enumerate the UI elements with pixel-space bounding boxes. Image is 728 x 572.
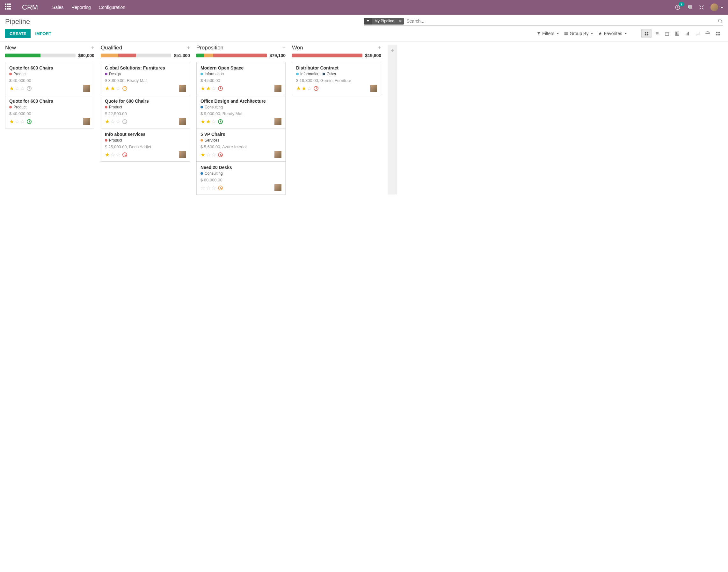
kanban-card[interactable]: Global Solutions: FurnituresDesign$ 3,80… — [101, 62, 190, 95]
assignee-avatar[interactable] — [274, 85, 281, 92]
nav-sales[interactable]: Sales — [52, 5, 64, 10]
search-input[interactable] — [404, 17, 718, 25]
activity-clock-icon[interactable] — [218, 86, 223, 91]
create-button[interactable]: CREATE — [5, 29, 30, 38]
favorites-dropdown[interactable]: Favorites — [598, 29, 627, 38]
list-view-icon[interactable] — [651, 29, 662, 38]
cohort-view-icon[interactable] — [692, 29, 703, 38]
priority-stars[interactable]: ★☆☆ — [105, 151, 120, 158]
activity-clock-icon[interactable] — [218, 186, 223, 190]
column-add-icon[interactable]: + — [378, 45, 381, 51]
nav-reporting[interactable]: Reporting — [71, 5, 91, 10]
graph-view-icon[interactable] — [682, 29, 692, 38]
priority-stars[interactable]: ☆☆☆ — [200, 185, 216, 191]
star-icon[interactable]: ☆ — [211, 151, 216, 158]
kanban-card[interactable]: Office Design and ArchitectureConsulting… — [196, 95, 286, 129]
calendar-view-icon[interactable] — [662, 29, 672, 38]
column-add-icon[interactable]: + — [282, 45, 286, 51]
priority-stars[interactable]: ★☆☆ — [9, 118, 25, 125]
kanban-card[interactable]: Info about servicesProduct$ 25,000.00, D… — [101, 128, 190, 162]
apps-menu-icon[interactable] — [5, 3, 12, 11]
assignee-avatar[interactable] — [274, 151, 281, 158]
star-icon[interactable]: ☆ — [116, 118, 120, 125]
star-icon[interactable]: ★ — [9, 85, 14, 92]
star-icon[interactable]: ☆ — [211, 118, 216, 125]
star-icon[interactable]: ☆ — [307, 85, 312, 92]
star-icon[interactable]: ☆ — [211, 85, 216, 92]
kanban-card[interactable]: Quote for 600 ChairsProduct$ 22,500.00★☆… — [101, 95, 190, 129]
kanban-card[interactable]: 5 VP ChairsServices$ 5,600.00, Azure Int… — [196, 128, 286, 162]
priority-stars[interactable]: ★★☆ — [200, 118, 216, 125]
filters-dropdown[interactable]: Filters — [537, 29, 559, 38]
star-icon[interactable]: ☆ — [116, 151, 120, 158]
activity-clock-icon[interactable] — [27, 119, 31, 124]
pivot-view-icon[interactable] — [672, 29, 682, 38]
star-icon[interactable]: ★ — [105, 151, 110, 158]
activity-clock-icon[interactable] — [27, 86, 31, 91]
assignee-avatar[interactable] — [179, 118, 186, 125]
star-icon[interactable]: ★ — [105, 118, 110, 125]
star-icon[interactable]: ☆ — [15, 85, 19, 92]
column-progress-bar[interactable] — [101, 54, 171, 57]
star-icon[interactable]: ☆ — [206, 185, 211, 191]
import-button[interactable]: IMPORT — [30, 29, 56, 38]
assignee-avatar[interactable] — [179, 85, 186, 92]
star-icon[interactable]: ☆ — [110, 118, 115, 125]
activity-clock-icon[interactable] — [123, 119, 127, 124]
star-icon[interactable]: ☆ — [20, 118, 25, 125]
assignee-avatar[interactable] — [83, 85, 90, 92]
star-icon[interactable]: ☆ — [20, 85, 25, 92]
star-icon[interactable]: ★ — [110, 85, 115, 92]
star-icon[interactable]: ★ — [206, 85, 211, 92]
user-menu[interactable] — [711, 3, 723, 11]
facet-remove-icon[interactable]: × — [397, 18, 404, 23]
add-column-button[interactable]: + — [388, 45, 397, 195]
column-add-icon[interactable]: + — [91, 45, 94, 51]
assignee-avatar[interactable] — [274, 184, 281, 191]
kanban-card[interactable]: Need 20 DesksConsulting$ 60,000.00☆☆☆ — [196, 161, 286, 195]
star-icon[interactable]: ☆ — [110, 151, 115, 158]
star-icon[interactable]: ★ — [200, 151, 205, 158]
star-icon[interactable]: ★ — [105, 85, 110, 92]
priority-stars[interactable]: ★★☆ — [105, 85, 120, 92]
star-icon[interactable]: ☆ — [15, 118, 19, 125]
messaging-icon[interactable] — [687, 4, 693, 10]
activity-view-icon[interactable] — [713, 29, 723, 38]
search-icon[interactable] — [718, 18, 723, 23]
activity-clock-icon[interactable] — [218, 152, 223, 157]
activity-clock-icon[interactable] — [218, 119, 223, 124]
star-icon[interactable]: ☆ — [211, 185, 216, 191]
kanban-card[interactable]: Modern Open SpaceInformation$ 4,500.00★★… — [196, 62, 286, 95]
nav-configuration[interactable]: Configuration — [99, 5, 125, 10]
groupby-dropdown[interactable]: Group By — [564, 29, 593, 38]
app-brand[interactable]: CRM — [22, 3, 38, 11]
column-add-icon[interactable]: + — [187, 45, 190, 51]
star-icon[interactable]: ★ — [200, 85, 205, 92]
debug-icon[interactable] — [699, 5, 704, 10]
priority-stars[interactable]: ★★☆ — [296, 85, 312, 92]
dashboard-view-icon[interactable] — [703, 29, 713, 38]
star-icon[interactable]: ★ — [9, 118, 14, 125]
priority-stars[interactable]: ★☆☆ — [200, 151, 216, 158]
priority-stars[interactable]: ★☆☆ — [105, 118, 120, 125]
kanban-view-icon[interactable] — [641, 29, 651, 38]
column-progress-bar[interactable] — [292, 54, 362, 57]
activity-clock-icon[interactable] — [123, 152, 127, 157]
star-icon[interactable]: ★ — [200, 118, 205, 125]
activities-icon[interactable]: 7 — [675, 4, 680, 10]
assignee-avatar[interactable] — [83, 118, 90, 125]
star-icon[interactable]: ☆ — [200, 185, 205, 191]
column-progress-bar[interactable] — [196, 54, 267, 57]
star-icon[interactable]: ★ — [206, 118, 211, 125]
kanban-card[interactable]: Quote for 600 ChairsProduct$ 40,000.00★☆… — [5, 62, 94, 95]
kanban-card[interactable]: Distributor ContractInformationOther$ 19… — [292, 62, 381, 95]
star-icon[interactable]: ★ — [302, 85, 306, 92]
kanban-card[interactable]: Quote for 600 ChairsProduct$ 40,000.00★☆… — [5, 95, 94, 129]
assignee-avatar[interactable] — [179, 151, 186, 158]
star-icon[interactable]: ★ — [296, 85, 301, 92]
activity-clock-icon[interactable] — [123, 86, 127, 91]
star-icon[interactable]: ☆ — [116, 85, 120, 92]
activity-clock-icon[interactable] — [314, 86, 318, 91]
star-icon[interactable]: ☆ — [206, 151, 211, 158]
priority-stars[interactable]: ★☆☆ — [9, 85, 25, 92]
